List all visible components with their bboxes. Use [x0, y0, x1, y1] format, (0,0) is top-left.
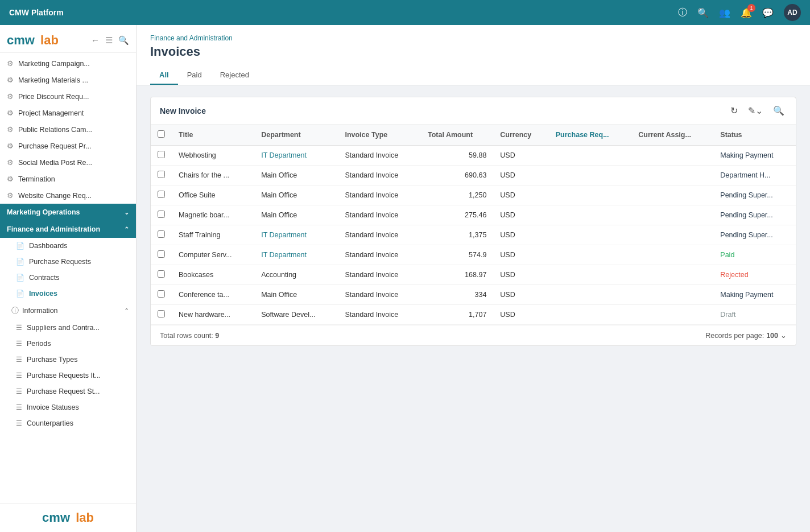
footer-logo-lab: lab	[76, 510, 94, 525]
row-checkbox[interactable]	[158, 270, 165, 278]
sidebar-section-information[interactable]: ⓘ Information ⌃	[0, 302, 136, 320]
table-header: Title Department Invoice Type Total Amou…	[151, 125, 796, 146]
list-icon: ☰	[16, 340, 22, 348]
sidebar-item-purchase-request-pr[interactable]: ⚙ Purchase Request Pr...	[0, 138, 136, 154]
chevron-up-icon: ⌃	[124, 307, 129, 315]
sidebar-sub-item-label: Invoices	[29, 290, 57, 298]
users-icon[interactable]: 👥	[719, 7, 730, 18]
sidebar-item-marketing-campaign[interactable]: ⚙ Marketing Campaign...	[0, 55, 136, 72]
tab-rejected[interactable]: Rejected	[211, 66, 258, 85]
sidebar-item-periods[interactable]: ☰ Periods	[0, 336, 136, 352]
sidebar-item-label: Purchase Request Pr...	[18, 142, 92, 150]
sidebar-item-label: Public Relations Cam...	[18, 126, 92, 134]
sidebar-item-termination[interactable]: ⚙ Termination	[0, 171, 136, 187]
sidebar-item-counterparties[interactable]: ☰ Counterparties	[0, 415, 136, 431]
row-checkbox-cell	[151, 205, 172, 225]
workflow-icon: ⚙	[7, 175, 14, 183]
list-icon: ☰	[16, 356, 22, 364]
sidebar-item-purchase-requests[interactable]: 📄 Purchase Requests	[0, 254, 136, 270]
sidebar-sub-item-label: Purchase Requests It...	[27, 372, 101, 380]
workflow-icon: ⚙	[7, 158, 14, 167]
chevron-up-icon: ⌃	[124, 226, 129, 233]
page-icon: 📄	[16, 274, 24, 282]
sidebar-item-website-change[interactable]: ⚙ Website Change Req...	[0, 187, 136, 204]
row-checkbox-cell	[151, 285, 172, 305]
sidebar-item-contracts[interactable]: 📄 Contracts	[0, 270, 136, 286]
row-checkbox[interactable]	[158, 171, 165, 178]
cell-total-amount: 334	[421, 285, 493, 305]
tabs-container: All Paid Rejected	[150, 66, 796, 85]
cell-currency: USD	[493, 225, 548, 245]
sidebar-item-public-relations[interactable]: ⚙ Public Relations Cam...	[0, 121, 136, 138]
top-navbar: CMW Platform ⓘ 🔍 👥 🔔 1 💬 AD	[0, 0, 810, 25]
table-row: Computer Serv... IT Department Standard …	[151, 245, 796, 265]
new-invoice-button[interactable]: New Invoice	[160, 106, 206, 116]
search-icon[interactable]: 🔍	[697, 7, 709, 18]
cell-currency: USD	[493, 205, 548, 225]
cell-invoice-type: Standard Invoice	[338, 245, 421, 265]
tab-paid[interactable]: Paid	[178, 66, 211, 85]
refresh-button[interactable]: ↻	[728, 104, 740, 117]
row-checkbox[interactable]	[158, 250, 165, 258]
cell-title: Computer Serv...	[172, 245, 254, 265]
row-checkbox[interactable]	[158, 211, 165, 218]
cell-total-amount: 1,707	[421, 305, 493, 325]
row-checkbox[interactable]	[158, 310, 165, 317]
sidebar-menu-icon[interactable]: ☰	[105, 35, 113, 46]
records-per-page-label: Records per page:	[705, 332, 764, 340]
col-header-invoice-type: Invoice Type	[338, 125, 421, 146]
sidebar-item-price-discount[interactable]: ⚙ Price Discount Requ...	[0, 88, 136, 105]
cell-currency: USD	[493, 146, 548, 166]
sidebar-back-icon[interactable]: ←	[91, 35, 100, 46]
sidebar-item-label: Price Discount Requ...	[18, 93, 89, 101]
table-row: Chairs for the ... Main Office Standard …	[151, 166, 796, 185]
records-per-page-control[interactable]: Records per page: 100 ⌄	[705, 331, 787, 340]
sidebar-item-project-management[interactable]: ⚙ Project Management	[0, 105, 136, 121]
sidebar-item-suppliers-contracts[interactable]: ☰ Suppliers and Contra...	[0, 320, 136, 336]
sidebar-item-social-media[interactable]: ⚙ Social Media Post Re...	[0, 154, 136, 171]
cell-title: Webhosting	[172, 146, 254, 166]
total-rows-value: 9	[215, 332, 219, 340]
sidebar-item-purchase-requests-it[interactable]: ☰ Purchase Requests It...	[0, 368, 136, 383]
sidebar-item-purchase-types[interactable]: ☰ Purchase Types	[0, 352, 136, 368]
row-checkbox[interactable]	[158, 151, 165, 158]
sidebar-section-finance-admin[interactable]: Finance and Administration ⌃	[0, 221, 136, 238]
logo-cmw: cmw	[7, 33, 35, 48]
sidebar-item-label: Marketing Materials ...	[18, 76, 88, 84]
cell-total-amount: 690.63	[421, 166, 493, 185]
avatar[interactable]: AD	[784, 4, 801, 21]
sidebar-section-label: Marketing Operations	[7, 208, 80, 216]
edit-button[interactable]: ✎⌄	[746, 104, 765, 117]
row-checkbox-cell	[151, 146, 172, 166]
select-all-checkbox[interactable]	[158, 130, 165, 138]
row-checkbox[interactable]	[158, 290, 165, 298]
cell-title: Chairs for the ...	[172, 166, 254, 185]
cell-title: Conference ta...	[172, 285, 254, 305]
cell-total-amount: 1,250	[421, 185, 493, 205]
row-checkbox[interactable]	[158, 230, 165, 238]
cell-department: IT Department	[254, 245, 338, 265]
cell-department: IT Department	[254, 225, 338, 245]
col-header-currency: Currency	[493, 125, 548, 146]
row-checkbox-cell	[151, 166, 172, 185]
list-icon: ☰	[16, 324, 22, 332]
help-icon[interactable]: ⓘ	[678, 7, 687, 19]
sidebar-search-icon[interactable]: 🔍	[118, 35, 129, 46]
col-header-department: Department	[254, 125, 338, 146]
bell-icon[interactable]: 🔔 1	[741, 7, 752, 18]
sidebar-item-invoice-statuses[interactable]: ☰ Invoice Statuses	[0, 399, 136, 415]
sidebar-item-dashboards[interactable]: 📄 Dashboards	[0, 238, 136, 254]
sidebar-item-marketing-materials[interactable]: ⚙ Marketing Materials ...	[0, 72, 136, 88]
message-icon[interactable]: 💬	[762, 7, 774, 18]
sidebar-section-marketing-operations[interactable]: Marketing Operations ⌄	[0, 204, 136, 221]
sidebar-item-invoices[interactable]: 📄 Invoices	[0, 286, 136, 302]
table-search-button[interactable]: 🔍	[771, 104, 787, 117]
cell-current-assign	[631, 185, 713, 205]
cell-total-amount: 275.46	[421, 205, 493, 225]
sidebar-item-purchase-request-st[interactable]: ☰ Purchase Request St...	[0, 383, 136, 399]
row-checkbox-cell	[151, 225, 172, 245]
tab-all[interactable]: All	[150, 66, 178, 85]
logo-lab: lab	[40, 33, 59, 48]
cell-currency: USD	[493, 265, 548, 285]
row-checkbox[interactable]	[158, 191, 165, 198]
